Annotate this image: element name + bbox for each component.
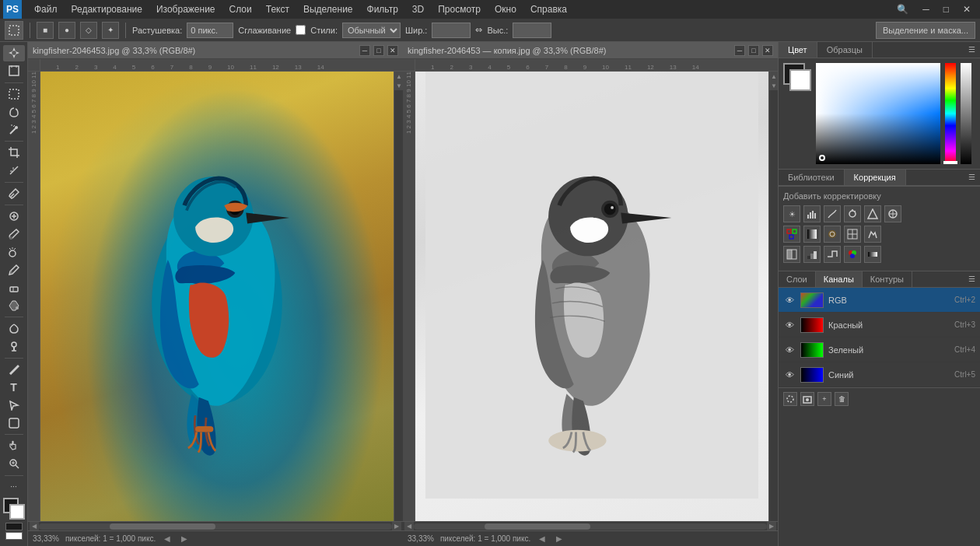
channel-rgb[interactable]: 👁 RGB Ctrl+2 <box>779 288 980 313</box>
menu-select[interactable]: Выделение <box>297 2 359 16</box>
tool-dodge[interactable] <box>3 338 25 355</box>
corr-invert[interactable] <box>783 246 800 263</box>
smooth-checkbox[interactable] <box>296 25 306 35</box>
doc2-scroll-left[interactable]: ◀ <box>404 522 414 531</box>
rasterize-input[interactable] <box>187 23 233 38</box>
window-maximize[interactable]: □ <box>937 2 955 16</box>
tool-shape[interactable] <box>3 415 25 431</box>
sub-tab-paths[interactable]: Контуры <box>863 271 912 287</box>
corr-exposure[interactable] <box>844 205 861 222</box>
fg-bg-selector[interactable] <box>783 63 811 91</box>
corr-selectivecolor[interactable] <box>844 246 861 263</box>
tool-eyedropper[interactable] <box>3 185 25 201</box>
menu-filter[interactable]: Фильтр <box>361 2 404 16</box>
doc1-hscroll[interactable]: ◀ ▶ <box>28 521 403 530</box>
doc2-maximize[interactable]: □ <box>748 45 759 56</box>
corr-vibrance[interactable] <box>864 205 881 222</box>
doc2-minimize[interactable]: ─ <box>734 45 745 56</box>
doc1-maximize[interactable]: □ <box>373 45 384 56</box>
channel-red-eye[interactable]: 👁 <box>783 319 796 331</box>
tool-lasso[interactable] <box>3 103 25 120</box>
doc2-scroll-up[interactable]: ▲ <box>769 72 778 81</box>
tool-measure[interactable] <box>3 163 25 179</box>
channel-new[interactable]: + <box>817 392 831 406</box>
menu-edit[interactable]: Редактирование <box>65 2 149 16</box>
menu-help[interactable]: Справка <box>524 2 573 16</box>
tool-clone[interactable] <box>3 244 25 261</box>
doc2-vscroll[interactable]: ▲ ▼ <box>768 72 778 521</box>
corr-threshold[interactable] <box>824 246 841 263</box>
sub-tab-channels[interactable]: Каналы <box>816 271 863 287</box>
menu-3d[interactable]: 3D <box>406 2 430 16</box>
channel-blue[interactable]: 👁 Синий Ctrl+5 <box>779 362 980 387</box>
corr-photofilter[interactable] <box>824 226 841 243</box>
tool-path-select[interactable] <box>3 397 25 413</box>
tool-hand[interactable] <box>3 438 25 454</box>
doc2-scroll-right[interactable]: ▶ <box>767 522 776 531</box>
hue-strip[interactable] <box>945 63 956 164</box>
channel-blue-eye[interactable]: 👁 <box>783 369 796 381</box>
tab-correction[interactable]: Коррекция <box>845 170 906 185</box>
window-close[interactable]: ✕ <box>957 2 977 16</box>
tool-more[interactable]: ··· <box>3 478 25 495</box>
shape-magic[interactable]: ✦ <box>102 22 119 39</box>
doc2-hscroll[interactable]: ◀ ▶ <box>403 521 778 530</box>
corr-colorbalance[interactable] <box>783 226 800 243</box>
corr-panel-menu[interactable]: ☰ <box>964 170 980 185</box>
channel-rgb-eye[interactable]: 👁 <box>783 294 796 306</box>
channel-add-selection[interactable] <box>783 392 797 406</box>
shape-lasso[interactable]: ◇ <box>80 22 97 39</box>
doc2-nav-next[interactable]: ▶ <box>554 534 565 543</box>
channel-green[interactable]: 👁 Зеленый Ctrl+4 <box>779 338 980 362</box>
style-select[interactable]: Обычный <box>342 23 401 38</box>
tab-samples[interactable]: Образцы <box>817 42 873 58</box>
doc1-scroll-right[interactable]: ▶ <box>392 522 401 531</box>
doc1-minimize[interactable]: ─ <box>359 45 370 56</box>
tool-brush[interactable] <box>3 226 25 243</box>
doc1-htrack[interactable] <box>39 523 392 530</box>
color-panel-menu[interactable]: ☰ <box>964 42 980 58</box>
color-selector[interactable] <box>3 498 25 520</box>
sub-tab-layers[interactable]: Слои <box>779 271 816 287</box>
corr-posterize[interactable] <box>803 246 821 263</box>
selection-mask-btn[interactable]: Выделение и маска... <box>876 22 975 39</box>
doc2-nav-prev[interactable]: ◀ <box>537 534 548 543</box>
shape-circle[interactable]: ● <box>58 22 75 39</box>
channel-green-eye[interactable]: 👁 <box>783 344 796 356</box>
tool-pen[interactable] <box>3 362 25 378</box>
corr-curves[interactable] <box>824 205 841 222</box>
doc1-scroll-left[interactable]: ◀ <box>30 522 39 531</box>
alpha-strip[interactable] <box>961 63 971 164</box>
corr-gradientmap[interactable] <box>864 246 881 263</box>
doc1-nav-prev[interactable]: ◀ <box>162 534 173 543</box>
channel-save-selection[interactable] <box>800 392 814 406</box>
tool-text[interactable]: T <box>3 379 25 395</box>
background-color[interactable] <box>9 504 25 520</box>
menu-layers[interactable]: Слои <box>223 2 258 16</box>
corr-levels[interactable] <box>803 205 821 222</box>
corr-brightness[interactable]: ☀ <box>783 205 800 222</box>
tab-libraries[interactable]: Библиотеки <box>779 170 845 185</box>
doc1-close[interactable]: ✕ <box>387 45 398 56</box>
quick-mask[interactable] <box>5 523 23 530</box>
corr-hsl[interactable] <box>884 205 901 222</box>
tool-eraser[interactable] <box>3 280 25 296</box>
tab-color[interactable]: Цвет <box>779 42 817 58</box>
window-minimize[interactable]: ─ <box>916 2 936 16</box>
tool-zoom[interactable] <box>3 456 25 472</box>
doc1-scroll-down[interactable]: ▼ <box>394 81 403 90</box>
screen-mode[interactable] <box>5 532 23 540</box>
tool-crop[interactable] <box>3 145 25 161</box>
menu-window[interactable]: Окно <box>488 2 523 16</box>
doc1-canvas[interactable] <box>40 72 394 521</box>
doc1-vscroll[interactable]: ▲ ▼ <box>394 72 403 521</box>
doc1-nav-next[interactable]: ▶ <box>179 534 190 543</box>
channel-delete[interactable]: 🗑 <box>835 392 849 406</box>
corr-channelmix[interactable] <box>844 226 861 243</box>
doc1-scroll-up[interactable]: ▲ <box>394 72 403 81</box>
tool-fill[interactable] <box>3 297 25 313</box>
menu-view[interactable]: Просмотр <box>432 2 487 16</box>
bg-color-swatch[interactable] <box>789 69 811 91</box>
channels-menu[interactable]: ☰ <box>964 271 980 287</box>
corr-blackwhite[interactable] <box>803 226 821 243</box>
